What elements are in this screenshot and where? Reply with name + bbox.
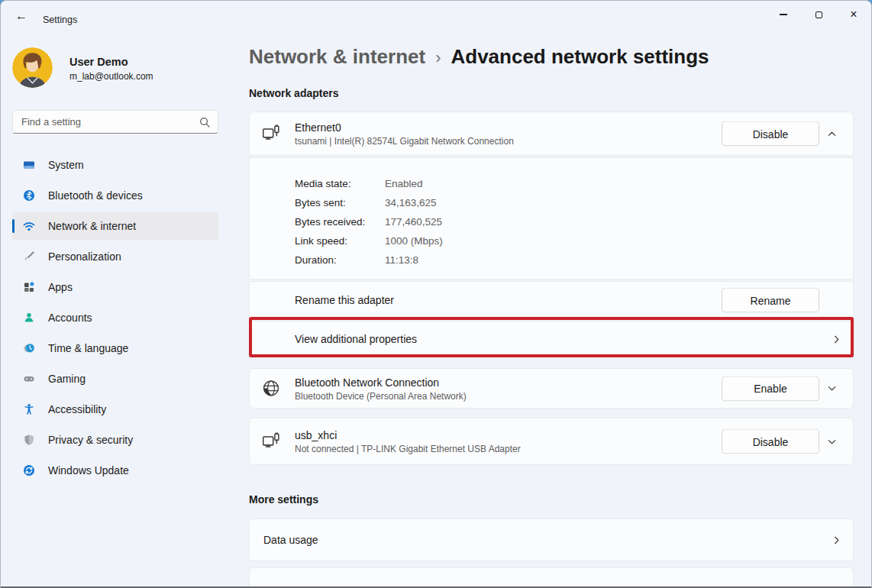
- adapter-description: Bluetooth Device (Personal Area Network): [295, 390, 467, 401]
- sidebar-item-bluetooth-devices[interactable]: Bluetooth & devices: [12, 182, 218, 209]
- rename-button[interactable]: Rename: [722, 288, 819, 313]
- time-language-icon: [23, 342, 35, 354]
- detail-value: 34,163,625: [385, 197, 437, 208]
- rename-adapter-label: Rename this adapter: [295, 294, 394, 306]
- search-input[interactable]: [13, 116, 199, 128]
- sidebar-item-accounts[interactable]: Accounts: [12, 304, 218, 331]
- privacy-security-icon: [23, 434, 35, 446]
- sidebar-item-label: Apps: [48, 281, 73, 293]
- sidebar-item-label: Privacy & security: [48, 434, 133, 446]
- sidebar-item-network-internet[interactable]: Network & internet: [12, 212, 218, 240]
- ethernet0-adapter-row[interactable]: Ethernet0 tsunami | Intel(R) 82574L Giga…: [249, 111, 854, 156]
- detail-row: Bytes sent: 34,163,625: [250, 193, 853, 212]
- breadcrumb-separator-icon: ›: [435, 47, 441, 68]
- detail-value: Enabled: [385, 178, 423, 189]
- accounts-icon: [23, 312, 35, 324]
- user-name: User Demo: [69, 56, 128, 68]
- user-email: m_lab@outlook.com: [69, 71, 153, 82]
- detail-label: Bytes sent:: [295, 197, 385, 208]
- sidebar-item-windows-update[interactable]: Windows Update: [12, 457, 218, 484]
- sidebar-item-label: Bluetooth & devices: [48, 189, 143, 202]
- expand-usb-button[interactable]: [819, 428, 845, 454]
- sidebar-item-personalization[interactable]: Personalization: [12, 243, 218, 270]
- detail-row: Media state: Enabled: [250, 174, 853, 193]
- enable-bluetooth-button[interactable]: Enable: [722, 376, 819, 401]
- view-additional-properties-label: View additional properties: [295, 333, 417, 345]
- more-settings-section-label: More settings: [249, 493, 318, 506]
- adapter-description: Not connected | TP-LINK Gigabit Ethernet…: [295, 444, 521, 454]
- search-box[interactable]: [12, 110, 218, 134]
- detail-value: 1000 (Mbps): [385, 235, 443, 247]
- chevron-right-icon: [832, 535, 841, 545]
- view-properties-chevron[interactable]: [823, 326, 849, 352]
- data-usage-row[interactable]: Data usage: [249, 519, 854, 561]
- data-usage-label: Data usage: [263, 534, 318, 546]
- sidebar-item-label: Accessibility: [48, 403, 106, 415]
- chevron-right-icon: [832, 334, 841, 344]
- breadcrumb-parent[interactable]: Network & internet: [249, 45, 425, 69]
- chevron-down-icon: [827, 437, 837, 447]
- collapse-ethernet-button[interactable]: [819, 121, 845, 147]
- sidebar-item-time-language[interactable]: Time & language: [12, 334, 218, 362]
- detail-label: Duration:: [295, 254, 385, 266]
- detail-value: 11:13:8: [385, 254, 418, 266]
- sidebar-item-system[interactable]: System: [12, 151, 218, 179]
- sidebar-item-label: Time & language: [48, 342, 128, 354]
- detail-label: Media state:: [295, 178, 385, 189]
- partial-settings-row[interactable]: [249, 567, 854, 588]
- usb-xhci-adapter-row[interactable]: usb_xhci Not connected | TP-LINK Gigabit…: [249, 418, 854, 465]
- sidebar-item-label: Accounts: [48, 312, 92, 324]
- sidebar-item-label: Network & internet: [48, 220, 136, 232]
- network-globe-icon: [261, 379, 281, 399]
- adapter-name: Bluetooth Network Connection: [295, 376, 467, 388]
- page-title: Advanced network settings: [451, 45, 709, 69]
- rename-adapter-row: Rename this adapter Rename: [249, 281, 854, 319]
- adapter-description: tsunami | Intel(R) 82574L Gigabit Networ…: [295, 136, 514, 147]
- disable-ethernet-button[interactable]: Disable: [722, 121, 819, 147]
- settings-window: ← Settings × User Demo m_lab@outlook.: [0, 0, 872, 588]
- back-button[interactable]: ←: [10, 5, 33, 27]
- gaming-icon: [23, 373, 35, 385]
- ethernet-adapter-icon: [261, 124, 281, 144]
- system-icon: [23, 159, 35, 171]
- detail-row: Bytes received: 177,460,525: [250, 212, 853, 231]
- sidebar-item-accessibility[interactable]: Accessibility: [12, 396, 218, 423]
- selected-indicator: [12, 219, 15, 233]
- chevron-up-icon: [827, 129, 837, 139]
- expand-bluetooth-button[interactable]: [819, 376, 845, 402]
- detail-value: 177,460,525: [385, 216, 442, 228]
- sidebar-item-label: Windows Update: [48, 464, 129, 477]
- avatar[interactable]: [12, 47, 53, 88]
- app-title: Settings: [43, 15, 77, 25]
- sidebar-item-label: Gaming: [48, 373, 86, 385]
- sidebar-item-gaming[interactable]: Gaming: [12, 365, 218, 393]
- windows-update-icon: [23, 464, 35, 477]
- avatar-image: [12, 47, 53, 88]
- accessibility-icon: [23, 403, 35, 415]
- sidebar: User Demo m_lab@outlook.com System Bluet…: [1, 31, 230, 588]
- ethernet0-details-panel: Media state: Enabled Bytes sent: 34,163,…: [249, 157, 854, 279]
- sidebar-item-apps[interactable]: Apps: [12, 273, 218, 301]
- bluetooth-icon: [23, 189, 35, 202]
- sidebar-item-label: Personalization: [48, 250, 121, 263]
- personalization-icon: [23, 250, 35, 263]
- sidebar-item-label: System: [48, 159, 84, 171]
- chevron-down-icon: [827, 383, 837, 393]
- sidebar-nav: System Bluetooth & devices Network & int…: [12, 151, 218, 487]
- apps-icon: [23, 281, 35, 293]
- sidebar-item-privacy-security[interactable]: Privacy & security: [12, 426, 218, 454]
- breadcrumb: Network & internet › Advanced network se…: [249, 45, 709, 69]
- disable-usb-button[interactable]: Disable: [722, 429, 819, 454]
- data-usage-chevron[interactable]: [823, 527, 849, 553]
- search-icon: [199, 117, 210, 128]
- bluetooth-adapter-row[interactable]: Bluetooth Network Connection Bluetooth D…: [249, 368, 854, 409]
- ethernet-adapter-icon: [261, 431, 281, 451]
- network-adapters-section-label: Network adapters: [249, 87, 338, 99]
- view-additional-properties-row[interactable]: View additional properties: [249, 321, 854, 357]
- detail-row: Link speed: 1000 (Mbps): [250, 231, 853, 250]
- network-icon: [23, 220, 35, 232]
- main-content: Network & internet › Advanced network se…: [249, 1, 854, 588]
- detail-row: Duration: 11:13:8: [250, 250, 853, 270]
- adapter-name: Ethernet0: [295, 121, 514, 134]
- adapter-name: usb_xhci: [295, 429, 521, 441]
